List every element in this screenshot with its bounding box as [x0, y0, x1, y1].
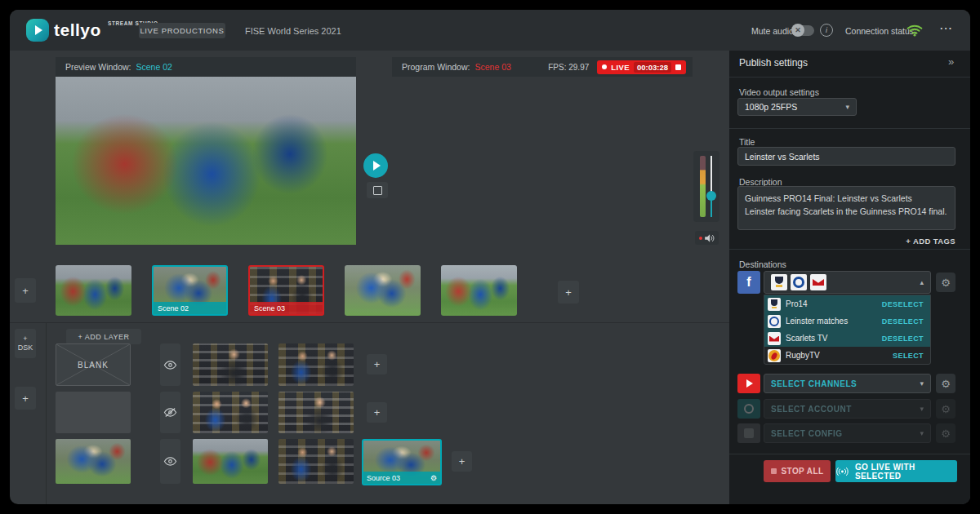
layer-source-thumbnail[interactable] — [278, 343, 354, 386]
layer-source-thumbnail[interactable] — [193, 392, 268, 433]
deselect-button[interactable]: DESELECT — [882, 300, 924, 308]
gear-icon[interactable]: ⚙ — [936, 273, 956, 292]
layer-blank-box[interactable]: BLANK — [56, 343, 131, 386]
live-badge[interactable]: LIVE 00:03:28 — [597, 60, 686, 74]
live-label: LIVE — [611, 63, 630, 72]
stop-icon[interactable] — [675, 64, 681, 70]
divider — [729, 249, 970, 250]
layer-empty-box[interactable] — [56, 392, 131, 433]
go-live-button[interactable]: GO LIVE WITH SELECTED — [835, 460, 957, 482]
logo-text: tellyo — [54, 20, 101, 40]
youtube-icon[interactable] — [737, 374, 760, 393]
add-source-button[interactable]: + — [367, 354, 387, 374]
program-window-label: Program Window: — [402, 62, 470, 72]
scene-thumbnail-1[interactable] — [56, 265, 131, 316]
play-icon — [373, 161, 381, 171]
description-textarea[interactable]: Guinness PRO14 Final: Leinster vs Scarle… — [737, 186, 956, 230]
panel-title: Publish settings — [739, 57, 808, 69]
divider — [729, 77, 970, 78]
add-tags-button[interactable]: + ADD TAGS — [906, 237, 956, 246]
chevron-down-icon: ▾ — [920, 379, 924, 388]
speaker-icon — [704, 233, 715, 243]
facebook-channel-list: Pro14 DESELECT Leinster matches DESELECT… — [764, 295, 931, 365]
topbar: tellyo STREAM STUDIO LIVE PRODUCTIONS FI… — [10, 10, 970, 51]
add-layer-rail-button[interactable]: + — [15, 387, 36, 410]
video-output-dropdown[interactable]: 1080p 25FPS ▾ — [737, 98, 857, 116]
layer-source-thumbnail[interactable] — [278, 439, 354, 484]
preview-window-header: Preview Window: Scene 02 — [56, 57, 356, 77]
collapse-panel-icon[interactable]: » — [948, 55, 954, 68]
scene-label: Scene 03 — [254, 304, 285, 312]
destinations-label: Destinations — [739, 259, 786, 269]
config-dropdown[interactable]: SELECT CONFIG ▾ — [764, 423, 931, 443]
cut-button[interactable] — [367, 182, 388, 198]
connection-status-label: Connection status: — [845, 26, 916, 36]
preview-window-label: Preview Window: — [65, 62, 131, 72]
divider — [729, 128, 970, 129]
layer-source-thumbnail[interactable] — [193, 439, 268, 484]
mute-indicator-dot — [699, 237, 702, 240]
scene-thumbnail-4[interactable] — [345, 265, 421, 316]
account-placeholder: SELECT ACCOUNT — [771, 405, 852, 414]
stop-all-button[interactable]: STOP ALL — [764, 460, 831, 482]
program-scene-name: Scene 03 — [474, 62, 510, 72]
title-input[interactable] — [737, 147, 956, 166]
add-dsk-button[interactable]: + DSK — [15, 329, 36, 358]
account-dropdown[interactable]: SELECT ACCOUNT ▾ — [764, 399, 931, 419]
production-name: FISE World Series 2021 — [245, 26, 341, 36]
layer-visibility-button-2[interactable] — [160, 392, 180, 433]
select-button[interactable]: SELECT — [893, 352, 924, 360]
channel-row-scarlets[interactable]: Scarlets TV DESELECT — [764, 330, 930, 347]
layer-source-thumbnail[interactable] — [278, 392, 354, 433]
live-productions-button[interactable]: LIVE PRODUCTIONS — [139, 23, 225, 38]
layer-source-thumbnail[interactable] — [193, 343, 268, 386]
divider — [10, 322, 729, 323]
layer-visibility-button-1[interactable] — [160, 343, 180, 386]
channel-row-pro14[interactable]: Pro14 DESELECT — [764, 295, 930, 312]
eye-off-icon — [163, 407, 177, 418]
facebook-icon[interactable]: f — [737, 271, 760, 294]
channel-leinster-icon — [768, 315, 781, 328]
scene-thumbnail-2[interactable]: Scene 02 — [152, 265, 228, 316]
square-icon — [373, 186, 382, 195]
channel-name: RugbyTV — [786, 351, 820, 360]
publish-settings-panel: Publish settings » Video output settings… — [729, 51, 970, 504]
add-scene-button[interactable]: + — [558, 281, 579, 304]
info-icon[interactable]: i — [820, 24, 833, 37]
gear-icon[interactable]: ⚙ — [936, 374, 956, 393]
youtube-channels-dropdown[interactable]: SELECT CHANNELS ▾ — [764, 374, 931, 393]
gear-icon[interactable]: ⚙ — [430, 474, 437, 482]
mute-audio-toggle[interactable]: ✕ — [792, 25, 814, 36]
scene-thumbnail-5[interactable] — [441, 265, 517, 316]
gear-icon: ⚙ — [936, 399, 956, 419]
volume-slider-handle[interactable] — [706, 191, 716, 201]
add-layer-button[interactable]: + ADD LAYER — [66, 329, 141, 344]
deselect-button[interactable]: DESELECT — [882, 317, 924, 326]
channel-row-leinster[interactable]: Leinster matches DESELECT — [764, 312, 930, 330]
add-source-button[interactable]: + — [367, 402, 387, 423]
fps-indicator: FPS: 29.97 — [548, 63, 589, 72]
channel-leinster-icon — [791, 274, 807, 290]
program-video — [392, 77, 693, 245]
channel-pro14-icon — [768, 298, 781, 311]
source-label: Source 03 — [367, 474, 400, 482]
program-window-header: Program Window: Scene 03 FPS: 29.97 LIVE… — [392, 57, 693, 77]
deselect-button[interactable]: DESELECT — [882, 335, 924, 343]
add-scene-rail-button[interactable]: + — [15, 278, 36, 303]
take-play-button[interactable] — [363, 153, 388, 178]
channel-row-rugbytv[interactable]: RugbyTV SELECT — [764, 347, 930, 364]
scene-thumbnail-3[interactable]: Scene 03 — [248, 265, 324, 316]
audio-level-bar — [700, 156, 706, 217]
chevron-down-icon: ▾ — [920, 429, 924, 437]
program-mute-button[interactable] — [695, 231, 719, 245]
tellyo-logo-icon — [26, 19, 49, 42]
divider — [46, 322, 47, 504]
layer-photo-box[interactable] — [56, 439, 131, 484]
facebook-channels-dropdown[interactable]: ▴ — [764, 271, 931, 294]
overflow-menu-icon[interactable]: ⋯ — [939, 20, 953, 36]
channel-scarlets-icon — [768, 332, 781, 345]
layer-visibility-button-3[interactable] — [160, 439, 180, 484]
account-service-icon — [737, 399, 760, 419]
add-source-button[interactable]: + — [452, 451, 472, 472]
selected-source-thumbnail[interactable]: Source 03 ⚙ — [362, 439, 442, 485]
